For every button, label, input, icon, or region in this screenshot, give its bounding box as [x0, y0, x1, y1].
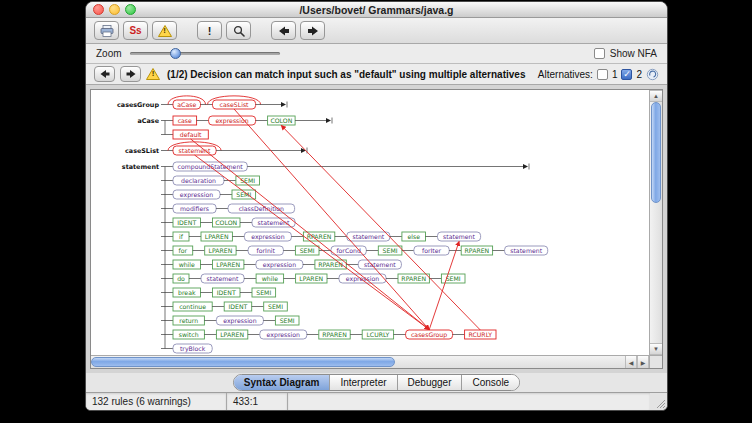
resize-grip[interactable]	[650, 393, 667, 410]
scrollbar-corner	[649, 355, 662, 368]
show-nfa-label: Show NFA	[610, 48, 657, 59]
diagram-node-label: forIter	[422, 247, 442, 254]
diagram-node-label: statement	[179, 147, 211, 154]
zoom-slider[interactable]	[130, 48, 280, 59]
diagram-node-label: return	[179, 317, 198, 324]
scroll-right-icon[interactable]: ▶	[637, 356, 649, 368]
warning-triangle-icon: !	[158, 25, 172, 37]
diagram-node-label: forInit	[257, 247, 276, 254]
diagram-node-label: IDENT	[177, 219, 196, 226]
breakpoint-button[interactable]: !	[197, 21, 222, 40]
diagram-rule-name: aCase	[138, 117, 160, 125]
diagram-node-label: statement	[443, 233, 475, 240]
diagram-node-label: else	[407, 233, 420, 240]
status-bar: 132 rules (6 warnings) 433:1	[86, 392, 667, 410]
window-title: /Users/bovet/ Grammars/java.g	[86, 4, 667, 16]
diagram-node-label: SEMI	[256, 289, 271, 296]
zoom-slider-track	[130, 52, 280, 55]
diagram-node-label: while	[179, 261, 195, 268]
tab-syntax-diagram[interactable]: Syntax Diagram	[234, 375, 330, 390]
diagram-node-label: IDENT	[217, 289, 236, 296]
resize-grip-icon	[654, 397, 666, 409]
diagram-node-label: COLON	[215, 219, 237, 226]
diagram-node-label: expression	[180, 191, 213, 199]
diagram-node-label: aCase	[177, 101, 196, 108]
horizontal-scrollbar[interactable]: ◀ ▶	[91, 355, 649, 368]
bottom-tab-bar: Syntax Diagram Interpreter Debugger Cons…	[86, 373, 667, 392]
diagram-node-label: caseSList	[220, 101, 250, 108]
warning-bar: ! (1/2) Decision can match input such as…	[86, 64, 667, 85]
diagram-node-label: RPAREN	[465, 247, 490, 254]
exclamation-icon: !	[208, 25, 212, 37]
diagram-node-label: RCURLY	[469, 331, 493, 338]
next-warning-button[interactable]	[120, 66, 141, 82]
diagram-node-label: LPAREN	[299, 275, 323, 282]
find-button[interactable]	[226, 21, 251, 40]
zoom-slider-knob[interactable]	[170, 48, 181, 59]
scroll-up-icon[interactable]: ▲	[650, 90, 662, 102]
diagram-rule-name: caseSList	[125, 147, 159, 155]
diagram-node-label: RPAREN	[401, 275, 426, 282]
diagram-rule-name: statement	[122, 163, 159, 171]
prev-warning-button[interactable]	[94, 66, 115, 82]
diagram-node-label: LPAREN	[205, 233, 229, 240]
forward-arrow-icon	[126, 69, 136, 79]
show-nfa-checkbox[interactable]	[594, 48, 605, 59]
diagram-node-label: RPAREN	[322, 331, 347, 338]
alternative-2-checkbox[interactable]	[621, 69, 632, 80]
scroll-down-icon[interactable]: ▼	[650, 343, 662, 355]
diagram-node-label: LCURLY	[366, 331, 389, 338]
diagram-node-label: expression	[251, 233, 284, 241]
diagram-node-label: RPAREN	[318, 261, 343, 268]
status-spacer	[288, 393, 650, 410]
vertical-scroll-thumb[interactable]	[651, 102, 661, 203]
diagram-node-label: case	[178, 117, 192, 124]
diagram-node-label: LPAREN	[216, 261, 240, 268]
diagram-node-label: statement	[207, 275, 239, 282]
back-button[interactable]	[271, 21, 296, 40]
alternative-1-checkbox[interactable]	[597, 69, 608, 80]
diagram-node-label: SEMI	[383, 247, 398, 254]
diagram-node-label: do	[177, 275, 185, 282]
decision-path-icon[interactable]	[646, 68, 659, 81]
print-button[interactable]	[94, 21, 119, 40]
horizontal-scroll-thumb[interactable]	[91, 357, 395, 367]
syntax-coloring-icon: Ss	[129, 25, 141, 36]
diagram-node-label: LPAREN	[220, 331, 244, 338]
diagram-node-label: statement	[510, 247, 542, 254]
desktop-background: /Users/bovet/ Grammars/java.g Ss	[0, 0, 752, 423]
diagram-rule-name: casesGroup	[117, 101, 159, 109]
zoom-bar: Zoom Show NFA	[86, 44, 667, 64]
syntax-diagram-canvas[interactable]: casesGroupaCasecaseSListaCasecaseexpress…	[91, 90, 649, 355]
vertical-scroll-track[interactable]	[650, 102, 662, 343]
alternatives-label: Alternatives:	[538, 69, 593, 80]
zoom-label: Zoom	[96, 48, 122, 59]
forward-button[interactable]	[300, 21, 325, 40]
diagram-node-label: SEMI	[280, 317, 295, 324]
forward-arrow-icon	[307, 25, 319, 37]
titlebar: /Users/bovet/ Grammars/java.g	[86, 2, 667, 18]
diagram-node-label: SEMI	[446, 275, 461, 282]
vertical-scrollbar[interactable]: ▲ ▼	[649, 90, 662, 355]
diagram-node-label: SEMI	[268, 303, 283, 310]
back-arrow-icon	[278, 25, 290, 37]
diagram-node-label: declaration	[181, 177, 216, 184]
tab-console[interactable]: Console	[461, 375, 519, 390]
alternative-2-label: 2	[636, 69, 642, 80]
warning-message: (1/2) Decision can match input such as "…	[167, 69, 525, 80]
tab-debugger[interactable]: Debugger	[397, 375, 462, 390]
diagram-panel: casesGroupaCasecaseSListaCasecaseexpress…	[90, 89, 663, 369]
diagram-node-label: LPAREN	[208, 247, 232, 254]
scroll-left-icon[interactable]: ◀	[625, 356, 637, 368]
warning-triangle-icon: !	[146, 68, 160, 80]
warnings-button[interactable]: !	[152, 21, 177, 40]
syntax-coloring-button[interactable]: Ss	[123, 21, 148, 40]
search-icon	[233, 25, 245, 37]
alternative-1-label: 1	[612, 69, 618, 80]
horizontal-scroll-track[interactable]	[91, 356, 625, 368]
diagram-node-label: modifiers	[180, 205, 209, 212]
tab-interpreter[interactable]: Interpreter	[329, 375, 396, 390]
diagram-node-label: for	[179, 247, 188, 254]
diagram-node-label: RPAREN	[307, 233, 332, 240]
diagram-node-label: IDENT	[228, 303, 247, 310]
